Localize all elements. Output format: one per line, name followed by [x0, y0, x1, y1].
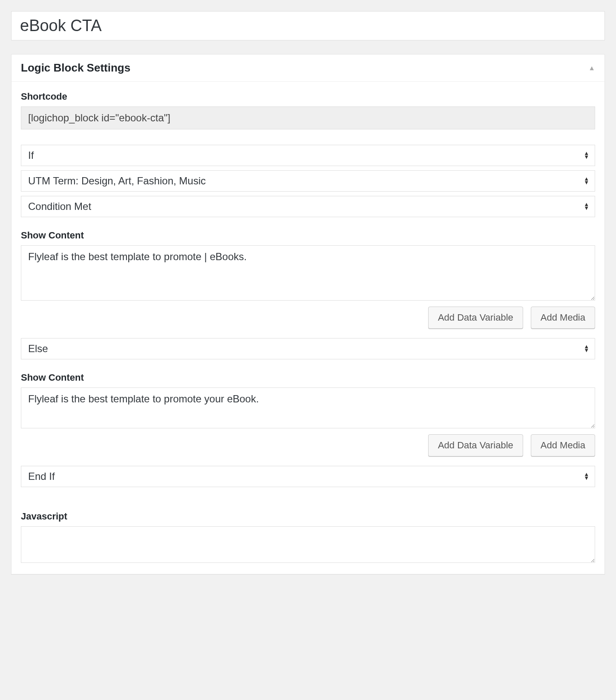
add-data-variable-button-1[interactable]: Add Data Variable	[428, 307, 523, 329]
settings-postbox: Logic Block Settings ▲ Shortcode [logich…	[11, 54, 605, 574]
show-content-input-2[interactable]	[21, 387, 595, 428]
javascript-input[interactable]	[21, 526, 595, 563]
select-arrows-icon: ▲▼	[584, 345, 589, 353]
show-content-input-1[interactable]	[21, 245, 595, 301]
shortcode-label: Shortcode	[21, 91, 595, 102]
add-media-button-2[interactable]: Add Media	[531, 434, 595, 456]
select-arrows-icon: ▲▼	[584, 203, 589, 210]
page-title: eBook CTA	[20, 17, 596, 35]
logic-type-select[interactable]: If ▲▼	[21, 145, 595, 166]
select-arrows-icon: ▲▼	[584, 152, 589, 159]
logic-type-select-2[interactable]: Else ▲▼	[21, 338, 595, 359]
postbox-header[interactable]: Logic Block Settings ▲	[12, 55, 604, 82]
add-media-button-1[interactable]: Add Media	[531, 307, 595, 329]
collapse-icon[interactable]: ▲	[588, 64, 595, 72]
condition-source-value: UTM Term: Design, Art, Fashion, Music	[28, 175, 206, 187]
condition-source-select[interactable]: UTM Term: Design, Art, Fashion, Music ▲▼	[21, 170, 595, 192]
title-box: eBook CTA	[11, 11, 605, 40]
logic-type-value: If	[28, 149, 34, 161]
shortcode-display: [logichop_block id="ebook-cta"]	[21, 106, 595, 129]
logic-type-value-3: End If	[28, 470, 55, 482]
javascript-label: Javascript	[21, 511, 595, 522]
postbox-body: Shortcode [logichop_block id="ebook-cta"…	[12, 82, 604, 574]
postbox-heading: Logic Block Settings	[21, 61, 130, 75]
select-arrows-icon: ▲▼	[584, 177, 589, 185]
logic-type-value-2: Else	[28, 343, 48, 355]
logic-type-select-3[interactable]: End If ▲▼	[21, 466, 595, 487]
condition-state-value: Condition Met	[28, 201, 91, 212]
condition-state-select[interactable]: Condition Met ▲▼	[21, 196, 595, 217]
show-content-label-2: Show Content	[21, 372, 595, 383]
show-content-label-1: Show Content	[21, 230, 595, 241]
add-data-variable-button-2[interactable]: Add Data Variable	[428, 434, 523, 456]
select-arrows-icon: ▲▼	[584, 473, 589, 480]
